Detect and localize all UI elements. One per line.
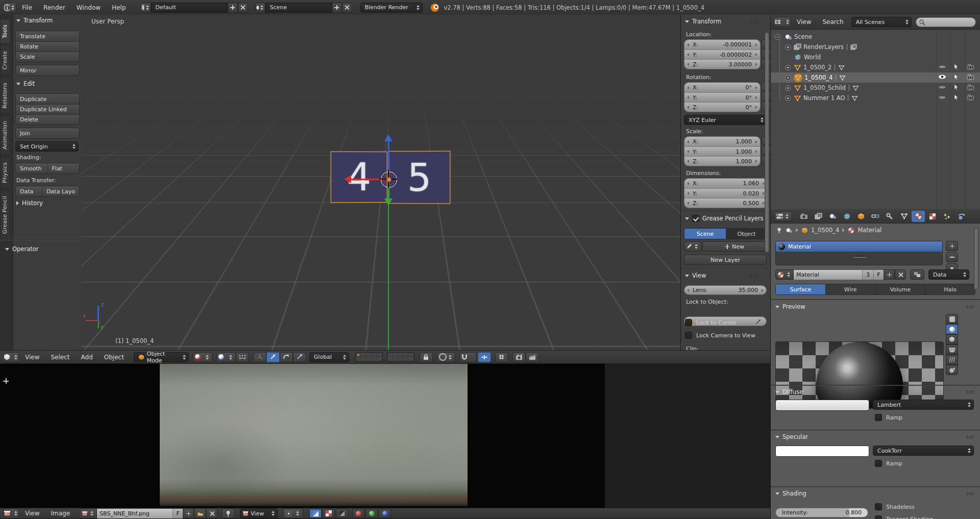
tab-render-layers[interactable] bbox=[812, 211, 825, 222]
rotation-x-field[interactable]: X:0° bbox=[684, 83, 760, 92]
layout-name-field[interactable]: Default bbox=[151, 3, 228, 13]
collapse-icon[interactable] bbox=[775, 34, 780, 40]
display-filter-dropdown[interactable]: All Scenes bbox=[851, 17, 912, 27]
preview-cube-button[interactable] bbox=[946, 334, 958, 344]
translate-button[interactable]: Translate bbox=[16, 31, 79, 41]
location-x-field[interactable]: X:-0.000001 bbox=[684, 40, 760, 50]
outliner-row-renderlayers[interactable]: RenderLayers bbox=[771, 42, 980, 52]
scene-delete-button[interactable] bbox=[342, 3, 352, 13]
panel-grip[interactable] bbox=[966, 390, 974, 394]
hide-toggle[interactable] bbox=[938, 64, 946, 71]
gp-new-layer-button[interactable]: New Layer bbox=[684, 255, 767, 265]
expand-icon[interactable] bbox=[785, 95, 791, 101]
window-info-dropdown[interactable] bbox=[3, 3, 16, 13]
tab-create[interactable]: Create bbox=[0, 45, 10, 76]
material-name-field[interactable]: Material bbox=[794, 270, 862, 280]
render-engine-dropdown[interactable]: Blender Render bbox=[360, 3, 423, 13]
resize-grip[interactable] bbox=[853, 256, 867, 258]
tab-scene[interactable] bbox=[826, 211, 839, 222]
tab-world[interactable] bbox=[840, 211, 853, 222]
translate-manipulator-toggle[interactable] bbox=[266, 352, 280, 362]
editor-type-dropdown[interactable] bbox=[774, 17, 791, 27]
menu-file[interactable]: File bbox=[16, 4, 38, 11]
menu-view[interactable]: View bbox=[19, 510, 45, 517]
menu-search[interactable]: Search bbox=[817, 18, 849, 26]
link-mode-dropdown[interactable]: Data bbox=[928, 269, 969, 280]
hide-toggle[interactable] bbox=[938, 74, 946, 81]
scale-y-field[interactable]: Y:1.000 bbox=[684, 146, 760, 156]
menu-render[interactable]: Render bbox=[38, 4, 71, 11]
proportional-edit-dropdown[interactable] bbox=[437, 352, 455, 362]
add-slot-button[interactable] bbox=[946, 241, 958, 251]
panel-grip[interactable] bbox=[966, 435, 974, 439]
display-mode-dropdown[interactable]: View bbox=[240, 508, 278, 518]
editor-type-dropdown[interactable] bbox=[3, 508, 19, 518]
tab-physics[interactable]: Physics bbox=[0, 157, 10, 189]
tab-object-data[interactable] bbox=[897, 211, 911, 222]
tab-tools[interactable]: Tools bbox=[0, 19, 10, 44]
location-y-field[interactable]: Y:-0.0000002 bbox=[684, 50, 760, 59]
menu-help[interactable]: Help bbox=[106, 4, 131, 11]
panel-header-history[interactable]: History bbox=[16, 200, 43, 207]
diffuse-shader-dropdown[interactable]: Lambert bbox=[873, 400, 974, 410]
tab-volume[interactable]: Volume bbox=[875, 284, 925, 294]
layout-add-button[interactable] bbox=[228, 3, 238, 13]
flip-digit-panel-left[interactable]: 4 bbox=[331, 152, 387, 203]
tab-object[interactable] bbox=[854, 211, 868, 222]
preview-world-sphere-button[interactable] bbox=[946, 365, 958, 375]
panel-header-shading[interactable]: Shading bbox=[775, 490, 974, 497]
menu-window[interactable]: Window bbox=[71, 4, 106, 11]
viewport-shading-dropdown[interactable] bbox=[193, 352, 212, 362]
transform-orientation-dropdown[interactable]: Global bbox=[309, 352, 349, 362]
dimension-z-field[interactable]: Z:0.500 bbox=[684, 198, 767, 208]
layout-delete-button[interactable] bbox=[238, 3, 248, 13]
gp-scene-tab[interactable]: Scene bbox=[684, 229, 726, 239]
npanel-scrollbar[interactable] bbox=[765, 32, 769, 253]
menu-object[interactable]: Object bbox=[99, 354, 130, 361]
rotation-z-field[interactable]: Z:0° bbox=[684, 102, 760, 112]
draw-channel-green-button[interactable] bbox=[365, 509, 378, 518]
lock-to-scene-toggle[interactable] bbox=[420, 352, 433, 362]
new-material-button[interactable] bbox=[884, 269, 895, 280]
gp-brush-dropdown[interactable] bbox=[684, 241, 701, 252]
set-origin-dropdown[interactable]: Set Origin bbox=[15, 141, 79, 152]
scene-name-field[interactable]: Scene bbox=[265, 3, 332, 13]
tab-animation[interactable]: Animation bbox=[0, 115, 10, 155]
gp-object-tab[interactable]: Object bbox=[726, 229, 767, 239]
draw-channel-red-button[interactable] bbox=[352, 509, 364, 518]
panel-header-transform[interactable]: Transform bbox=[16, 17, 53, 24]
draw-channel-blue-button[interactable] bbox=[379, 509, 391, 518]
expand-icon[interactable] bbox=[785, 75, 791, 81]
eyedropper-icon[interactable] bbox=[755, 318, 762, 325]
panel-header-grease-pencil[interactable]: Grease Pencil Layers bbox=[685, 215, 767, 222]
data-layout-button[interactable]: Data Layo bbox=[42, 186, 79, 196]
diffuse-ramp-checkbox[interactable] bbox=[875, 414, 882, 421]
outliner-row-object[interactable]: Nummer 1 AO bbox=[771, 93, 980, 103]
scene-browse-button[interactable] bbox=[255, 3, 265, 13]
image-name-field[interactable]: SBS_NNE_Bhf.png bbox=[97, 509, 173, 518]
tab-grease-pencil[interactable]: Grease Pencil bbox=[0, 190, 10, 239]
hide-toggle[interactable] bbox=[938, 84, 946, 91]
layers-grid-2[interactable] bbox=[387, 352, 414, 362]
panel-header-transform[interactable]: Transform bbox=[685, 18, 766, 25]
panel-header-preview[interactable]: Preview bbox=[775, 303, 974, 310]
preview-monkey-button[interactable] bbox=[946, 344, 958, 355]
delete-button[interactable]: Delete bbox=[16, 114, 79, 125]
diffuse-intensity-slider[interactable]: Intensity:0.800 bbox=[775, 508, 868, 517]
layer-widget[interactable] bbox=[355, 352, 414, 362]
breadcrumb-object[interactable]: 1_0500_4 bbox=[811, 227, 839, 234]
join-button[interactable]: Join bbox=[16, 128, 79, 138]
draw-channel-color-alpha-button[interactable] bbox=[309, 509, 322, 518]
scale-manipulator-toggle[interactable] bbox=[293, 352, 306, 362]
unlink-material-button[interactable] bbox=[895, 269, 906, 280]
specular-color-swatch[interactable] bbox=[775, 446, 869, 457]
tab-halo[interactable]: Halo bbox=[925, 284, 975, 294]
unlink-image-button[interactable] bbox=[206, 508, 217, 518]
tab-material[interactable] bbox=[912, 211, 925, 222]
snap-toggle-dropdown[interactable] bbox=[459, 352, 477, 362]
uv-image-editor[interactable]: View Image SBS_NNE_Bhf.png F bbox=[0, 364, 770, 519]
properties-scrollbar[interactable] bbox=[974, 228, 978, 290]
outliner-row-object[interactable]: 1_0500_2 bbox=[771, 62, 980, 72]
duplicate-button[interactable]: Duplicate bbox=[16, 94, 79, 104]
panel-grip[interactable] bbox=[966, 492, 974, 496]
